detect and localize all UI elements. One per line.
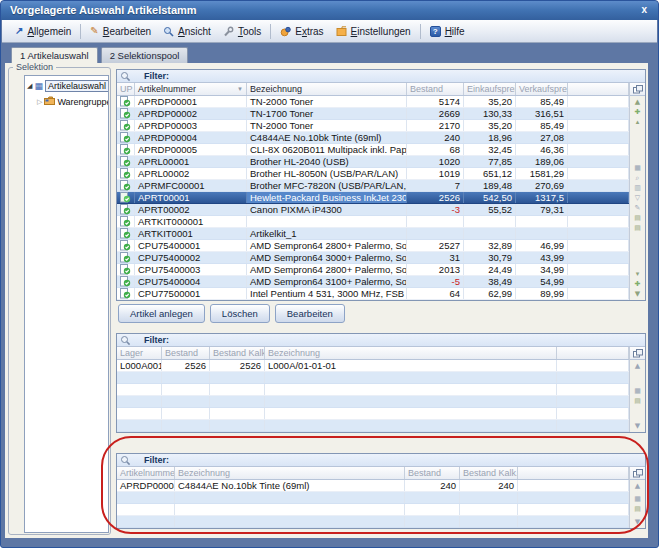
nav-list-icon[interactable]: ▤ [634,397,641,405]
column-header[interactable]: Bezeichnung [175,467,405,479]
menu-item-extras[interactable]: Extras [274,24,329,39]
tree-expanded-icon[interactable]: ◢ [27,82,32,90]
nav-first-icon[interactable]: ▲ [635,98,640,106]
column-header[interactable]: Lager [117,347,162,359]
nav-search-icon[interactable]: ⌕ [636,174,640,182]
table-row[interactable]: CPU75400004AMD Sempron64 3100+ Palermo, … [117,276,629,288]
table-cell [247,216,407,227]
column-chooser-icon[interactable] [633,85,643,94]
scroll-up-icon[interactable]: ▲ [635,362,640,370]
column-header[interactable]: Bestand Kalk. [210,347,265,359]
filter-bar[interactable]: Filter: [117,70,645,83]
table-row[interactable] [117,372,629,384]
filter-magnifier-icon[interactable] [120,455,131,466]
table-row[interactable]: APRT00001Hewlett-Packard Business InkJet… [117,192,629,204]
table-row[interactable]: APRDP00004C4844AE No.10bk Tinte (69ml)24… [117,480,629,492]
table-row[interactable] [117,396,629,408]
table-icon: ▦ [34,82,43,91]
tree-item-artikelauswahl[interactable]: ◢ ▦ Artikelauswahl [25,80,108,92]
table-row[interactable]: APRDP00004C4844AE No.10bk Tinte (69ml)24… [117,132,629,144]
column-header[interactable]: Einkaufspreis [464,83,516,95]
nav-list2-icon[interactable]: ▤ [634,224,641,232]
column-header[interactable] [568,83,629,95]
table-row[interactable] [117,408,629,420]
nav-grid-icon[interactable]: ▦ [634,164,641,172]
column-header[interactable]: Bestand [405,467,460,479]
tree-item-label: Warengruppen [57,97,109,107]
column-chooser-icon[interactable] [633,349,643,358]
menu-item-hilfe[interactable]: ?Hilfe [424,24,471,39]
table-row[interactable]: APRDP00005CLI-8X 0620B011 Multipack inkl… [117,144,629,156]
tab-selektionspool[interactable]: 2 Selektionspool [101,47,189,63]
scroll-up-icon[interactable]: ▲ [635,482,640,490]
table-row[interactable]: ARTKIT000001 [117,216,629,228]
scroll-down-icon[interactable]: ▼ [635,518,640,526]
nav-edit-icon[interactable]: ✎ [635,204,641,212]
menu-item-allgemein[interactable]: ↗Allgemein [9,24,77,39]
nav-layout-icon[interactable]: ▥ [634,184,641,192]
nav-next-page-icon[interactable]: ✚ [635,280,641,288]
table-row[interactable]: APRL00001Brother HL-2040 (USB)102077,851… [117,156,629,168]
nav-filter-icon[interactable]: ▽ [635,194,640,202]
nav-last-icon[interactable]: ▼ [635,290,640,298]
column-header[interactable]: Bestand [162,347,210,359]
menu-item-bearbeiten[interactable]: ✎Bearbeiten [84,24,157,39]
filter-magnifier-icon[interactable] [120,335,131,346]
nav-list-icon[interactable]: ▤ [634,214,641,222]
filter-bar[interactable]: Filter: [117,334,645,347]
column-header[interactable]: Verkaufspreis [516,83,568,95]
settings-note-icon [336,26,347,37]
column-header[interactable]: Artikelnummer [117,467,175,479]
table-row[interactable]: L000A00125262526L000A/01-01-01 [117,360,629,372]
column-header[interactable] [518,467,629,479]
tab-artikelauswahl[interactable]: 1 Artikelauswahl [11,47,98,63]
close-button[interactable]: x [641,1,647,19]
bearbeiten-button[interactable]: Bearbeiten [275,304,345,323]
tree-collapsed-icon[interactable]: ▷ [37,98,42,106]
table-row[interactable]: APRMFC00001Brother MFC-7820N (USB/PAR/LA… [117,180,629,192]
table-cell: Artikelkit_1 [247,228,407,239]
artikel-anlegen-button[interactable]: Artikel anlegen [118,304,205,323]
table-row[interactable] [117,420,629,432]
column-header[interactable]: Bestand Kalk. [460,467,518,479]
scroll-down-icon[interactable]: ▼ [635,422,640,430]
table-row[interactable] [117,384,629,396]
table-cell: APRMFC00001 [135,180,247,191]
table-row[interactable] [117,516,629,528]
column-header[interactable]: UP [117,83,135,95]
table-row[interactable]: CPU75400003AMD Sempron64 2800+ Palermo, … [117,264,629,276]
menu-item-tools[interactable]: Tools [217,24,267,39]
table-row[interactable] [117,492,629,504]
filter-magnifier-icon[interactable] [120,71,131,82]
nav-prev-page-icon[interactable]: ✚ [635,108,641,116]
nav-grid-icon[interactable]: ▦ [634,495,641,503]
table-row[interactable]: CPU77500001Intel Pentium 4 531, 3000 MHz… [117,288,629,300]
nav-next-icon[interactable]: ▾ [636,270,640,278]
table-row[interactable]: CPU75400001AMD Sempron64 2800+ Palermo, … [117,240,629,252]
table-cell: 24,49 [464,264,516,275]
filler-cell [568,156,629,167]
menu-item-einstellungen[interactable]: Einstellungen [330,24,417,39]
nav-grid-icon[interactable]: ▦ [634,387,641,395]
table-row[interactable]: CPU75400002AMD Sempron64 3000+ Palermo, … [117,252,629,264]
table-row[interactable]: APRL00002Brother HL-8050N (USB/PAR/LAN)1… [117,168,629,180]
table-row[interactable]: APRT00002Canon PIXMA iP4300-355,5279,31 [117,204,629,216]
column-chooser-icon[interactable] [633,469,643,478]
menu-item-ansicht[interactable]: Ansicht [157,24,217,39]
nav-prev-icon[interactable]: ▴ [636,118,640,126]
column-header[interactable]: Bezeichnung [247,83,407,95]
filter-bar[interactable]: Filter: [117,454,645,467]
grid-header-row: ArtikelnummerBezeichnungBestandBestand K… [117,467,629,480]
column-header[interactable]: Artikelnummer▼ [135,83,247,95]
table-row[interactable]: APRDP00001TN-2000 Toner517435,2085,49 [117,96,629,108]
table-row[interactable]: ARTKIT0001Artikelkit_1 [117,228,629,240]
column-header[interactable] [557,347,629,359]
column-header[interactable]: Bestand [407,83,464,95]
table-row[interactable]: APRDP00003TN-2000 Toner217035,2085,49 [117,120,629,132]
tree-item-warengruppen[interactable]: ▷ Warengruppen [25,96,108,107]
loeschen-button[interactable]: Löschen [210,304,270,323]
nav-list-icon[interactable]: ▤ [634,505,641,513]
column-header[interactable]: Bezeichnung [265,347,557,359]
table-row[interactable]: APRDP00002TN-1700 Toner2669130,33316,51 [117,108,629,120]
table-row[interactable] [117,504,629,516]
